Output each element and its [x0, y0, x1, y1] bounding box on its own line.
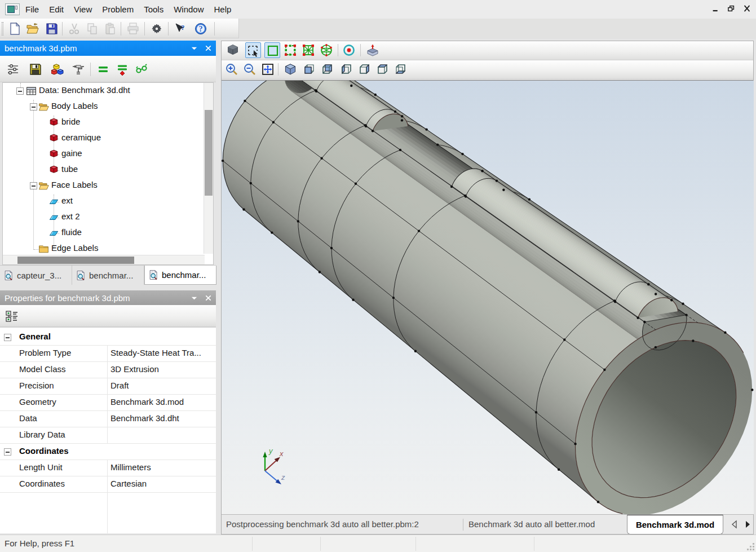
menu-tools[interactable]: Tools [139, 0, 169, 19]
scroll-tabs-left-icon[interactable] [730, 520, 739, 529]
view-back-button[interactable] [319, 61, 335, 77]
property-row[interactable]: Coordinates Cartesian [0, 476, 216, 493]
tree-vscroll-thumb[interactable] [205, 110, 213, 196]
shaded-view-button[interactable] [225, 42, 241, 58]
doc-tab-benchmark-3d[interactable]: Benchmark 3d.mod [627, 515, 723, 535]
close-icon[interactable] [741, 3, 753, 14]
scroll-tabs-right-icon[interactable] [743, 520, 752, 529]
tree-item-label[interactable]: tube [61, 164, 78, 174]
select-vertices-button[interactable] [282, 42, 298, 58]
tree-item[interactable]: tube [3, 162, 202, 178]
property-row[interactable]: Precision Draft [0, 378, 216, 395]
tree-item-label[interactable]: ceramique [61, 133, 101, 142]
view-isometric-button[interactable] [282, 61, 298, 77]
problem-panel-caption[interactable]: benchmark 3d.pbm [0, 41, 216, 56]
toolbar-gripper[interactable] [2, 22, 3, 36]
property-row[interactable]: Data Benchmark 3d.dht [0, 411, 216, 427]
save-button[interactable] [44, 21, 60, 37]
minimize-icon[interactable] [709, 3, 722, 14]
extrude-button[interactable] [365, 42, 381, 58]
point-target-button[interactable] [341, 42, 357, 58]
file-tab-capteur[interactable]: capteur_3... [0, 266, 72, 285]
property-value[interactable]: Steady-State Heat Tra... [110, 348, 201, 357]
select-rect-button[interactable] [264, 42, 280, 58]
doc-tab-postprocessing[interactable]: Postprocessing benchmark 3d auto all bet… [226, 515, 419, 535]
property-value[interactable]: Cartesian [110, 479, 147, 488]
tree-item[interactable]: bride [3, 115, 202, 131]
circuit-button[interactable] [70, 61, 87, 78]
categorized-view-button[interactable] [3, 308, 20, 325]
view-top-button[interactable] [374, 61, 390, 77]
open-button[interactable] [25, 21, 41, 37]
tree-item[interactable]: fluide [3, 226, 202, 241]
tree-hscroll-thumb[interactable] [17, 257, 134, 264]
tree-toggle-minus[interactable] [30, 182, 37, 189]
resize-grip[interactable] [747, 543, 755, 551]
view-front-button[interactable] [301, 61, 317, 77]
print-button[interactable] [125, 21, 141, 37]
tree-item-label[interactable]: fluide [61, 227, 82, 237]
menu-window[interactable]: Window [169, 0, 209, 19]
select-edges-button[interactable] [300, 42, 316, 58]
tree-toggle-minus[interactable] [30, 103, 37, 111]
tree-item[interactable]: Body Labels [3, 99, 202, 115]
property-value[interactable]: 3D Extrusion [110, 364, 159, 374]
select-bodies-button[interactable] [319, 42, 334, 58]
close-panel-icon[interactable] [204, 294, 213, 302]
tree-item[interactable]: ceramique [3, 131, 202, 147]
app-icon[interactable] [5, 3, 20, 15]
close-panel-icon[interactable] [204, 44, 213, 52]
save-data-button[interactable] [27, 61, 44, 78]
tree-item-label[interactable]: Body Labels [51, 101, 98, 111]
collapse-minus-icon[interactable] [4, 334, 11, 341]
zoom-out-button[interactable] [242, 61, 258, 77]
tree-item-label[interactable]: ext 2 [61, 211, 80, 221]
zoom-in-button[interactable] [224, 61, 240, 77]
zoom-extents-button[interactable] [260, 61, 276, 77]
pin-menu-chevron-icon[interactable] [190, 44, 198, 52]
link-labels-button[interactable] [133, 61, 150, 78]
property-category[interactable]: General [0, 329, 216, 346]
property-value[interactable]: Benchmark 3d.mod [110, 397, 184, 407]
tree-item[interactable]: ext [3, 194, 202, 210]
tree-item[interactable]: Face Labels [3, 178, 202, 194]
view-bottom-button[interactable] [392, 61, 408, 77]
paste-button[interactable] [103, 21, 118, 37]
tree-item[interactable]: Data: Benchmark 3d.dht [3, 83, 202, 99]
pin-menu-chevron-icon[interactable] [190, 294, 198, 302]
menu-problem[interactable]: Problem [97, 0, 139, 19]
property-category[interactable]: Coordinates [0, 444, 216, 460]
properties-panel-caption[interactable]: Properties for benchmark 3d.pbm [0, 290, 216, 306]
property-row[interactable]: Model Class 3D Extrusion [0, 362, 216, 378]
file-tab-benchmark-2[interactable]: benchmar... [144, 266, 216, 285]
view-left-button[interactable] [338, 61, 354, 77]
cut-button[interactable] [67, 21, 82, 37]
property-row[interactable]: Problem Type Steady-State Heat Tra... [0, 346, 216, 362]
restore-icon[interactable] [725, 3, 737, 14]
file-tab-benchmark-1[interactable]: benchmar... [72, 266, 144, 285]
tree-item-label[interactable]: gaine [61, 148, 82, 158]
tree-item[interactable]: gaine [3, 147, 202, 162]
problem-properties-button[interactable] [5, 61, 21, 78]
property-value[interactable]: Millimeters [110, 462, 151, 472]
tree-item-label[interactable]: ext [61, 196, 73, 205]
3d-viewport[interactable]: y x z [222, 80, 753, 514]
tree-item-label[interactable]: bride [61, 117, 80, 126]
equals-button[interactable] [95, 61, 112, 78]
context-help-button[interactable] [173, 21, 188, 37]
menu-view[interactable]: View [69, 0, 97, 19]
property-row[interactable]: Length Unit Millimeters [0, 460, 216, 476]
3d-viewport-canvas[interactable]: y x z [222, 81, 754, 514]
tree-item-label[interactable]: Edge Labels [51, 243, 98, 253]
collapse-minus-icon[interactable] [4, 448, 11, 456]
tree-horizontal-scrollbar[interactable] [3, 255, 205, 264]
menu-help[interactable]: Help [209, 0, 237, 19]
tree-item-label[interactable]: Face Labels [51, 180, 98, 189]
assign-label-button[interactable] [114, 61, 131, 78]
select-rubberband-button[interactable] [245, 42, 261, 58]
tree-vertical-scrollbar[interactable] [204, 83, 213, 254]
new-button[interactable] [7, 21, 23, 37]
property-value[interactable]: Draft [110, 381, 129, 390]
property-row[interactable]: Geometry Benchmark 3d.mod [0, 395, 216, 411]
tree-item[interactable]: ext 2 [3, 210, 202, 226]
